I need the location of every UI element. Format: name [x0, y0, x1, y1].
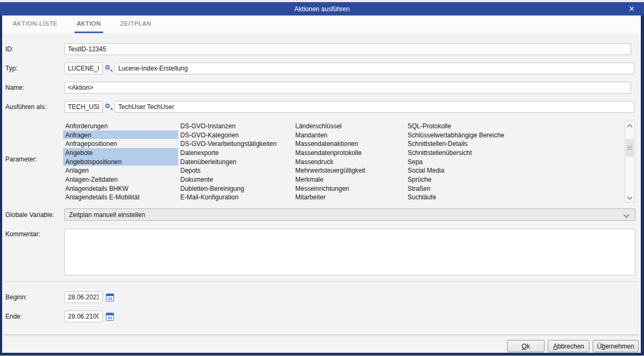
chevron-down-icon	[623, 212, 629, 218]
close-icon: ✕	[629, 5, 635, 13]
param-item[interactable]: Angebote	[63, 148, 178, 157]
typ-code-field[interactable]	[64, 63, 103, 74]
param-item[interactable]: Schlüsselwertabhängige Bereiche	[405, 130, 625, 140]
param-item[interactable]: DS-GVO-Verarbeitungstätigkeiten	[178, 139, 293, 148]
scrollbar-thumb[interactable]	[626, 139, 634, 157]
param-item[interactable]: Merkmale	[293, 175, 405, 184]
end-calendar-icon[interactable]: 31	[106, 313, 114, 321]
tab-aktion-liste[interactable]: AKTION-LISTE	[11, 16, 59, 33]
titlebar: Aktionen ausführen ✕	[0, 2, 644, 16]
cancel-button[interactable]: Abbrechen	[548, 340, 589, 352]
typ-search-icon[interactable]	[105, 64, 113, 73]
param-item[interactable]: Straßen	[405, 184, 625, 193]
param-item[interactable]: Länderschlüssel	[293, 121, 405, 130]
id-field[interactable]	[64, 43, 631, 55]
param-item[interactable]: Angebotspositionen	[63, 157, 178, 166]
name-label: Name:	[5, 84, 24, 91]
param-item[interactable]: Massendatenprotokolle	[293, 148, 405, 157]
end-date-field[interactable]	[64, 311, 103, 322]
param-item[interactable]: Dokumente	[178, 175, 293, 184]
typ-label: Typ:	[5, 65, 18, 72]
scroll-up-icon[interactable]	[625, 121, 634, 130]
run-as-label: Ausführen als:	[5, 103, 47, 111]
tabbar: AKTION-LISTE AKTION ZEITPLAN	[2, 16, 641, 33]
param-item[interactable]: Anfragen	[63, 130, 178, 140]
comment-field[interactable]	[64, 229, 635, 275]
param-item[interactable]: E-Mail-Konfiguration	[178, 192, 293, 202]
name-field[interactable]	[64, 82, 631, 94]
param-item[interactable]: Depots	[178, 166, 293, 175]
param-item[interactable]: Anforderungen	[63, 121, 178, 130]
parameter-label: Parameter:	[5, 156, 37, 163]
dialog-aktionen-ausfuehren: Aktionen ausführen ✕ AKTION-LISTE AKTION…	[0, 0, 644, 356]
run-as-code-field[interactable]	[64, 101, 103, 113]
end-label: Ende:	[5, 313, 22, 320]
param-item[interactable]: Schnittstellen-Details	[405, 139, 625, 148]
begin-label: Beginn:	[5, 293, 27, 301]
parameter-column: SQL-ProtokolleSchlüsselwertabhängige Ber…	[405, 121, 625, 202]
param-item[interactable]: Anfragepositionen	[63, 139, 178, 148]
footer-separator	[4, 335, 639, 335]
param-item[interactable]: Social Media	[405, 166, 625, 175]
window-border-right	[641, 16, 644, 353]
parameter-column: AnforderungenAnfragenAnfragepositionenAn…	[63, 121, 178, 202]
param-item[interactable]: Datenüberleitungen	[178, 157, 293, 166]
run-as-search-icon[interactable]	[105, 103, 113, 111]
param-item[interactable]: Suchläufe	[405, 192, 625, 202]
parameter-scrollbar[interactable]	[625, 121, 635, 203]
param-item[interactable]: Mehrwertsteuergültigkeit	[293, 166, 405, 175]
param-item[interactable]: Mandanten	[293, 130, 405, 140]
close-button[interactable]: ✕	[625, 2, 639, 16]
param-item[interactable]: Anlagen-Zeitdaten	[63, 175, 178, 184]
param-item[interactable]: Anlagendetails E-Mobilität	[63, 192, 178, 202]
global-variable-label: Globale Variable:	[5, 211, 54, 219]
param-item[interactable]: Schnittstellenübersicht	[405, 148, 625, 157]
global-variable-value: Zeitplan manuell einstellen	[69, 211, 145, 219]
param-item[interactable]: Messeinrichtungen	[293, 184, 405, 193]
param-item[interactable]: SQL-Protokolle	[405, 121, 625, 130]
tab-zeitplan[interactable]: ZEITPLAN	[118, 16, 154, 33]
typ-description-field	[114, 63, 634, 74]
comment-label: Kommentar:	[5, 230, 40, 238]
apply-button[interactable]: Übernehmen	[593, 340, 639, 352]
param-item[interactable]: Mitarbeiter	[293, 192, 405, 202]
begin-date-field[interactable]	[64, 291, 103, 303]
window-title: Aktionen ausführen	[294, 5, 349, 13]
parameter-column: LänderschlüsselMandantenMassendatenaktio…	[293, 121, 405, 202]
separator	[4, 282, 639, 282]
param-item[interactable]: DS-GVO-Instanzen	[178, 121, 293, 130]
run-as-description-field	[114, 101, 634, 113]
param-item[interactable]: Sepa	[405, 157, 625, 166]
param-item[interactable]: Massendruck	[293, 157, 405, 166]
param-item[interactable]: Anlagendetails BHKW	[63, 184, 178, 193]
scroll-down-icon[interactable]	[625, 194, 634, 202]
param-item[interactable]: Massendatenaktionen	[293, 139, 405, 148]
global-variable-dropdown[interactable]: Zeitplan manuell einstellen	[64, 208, 635, 221]
dialog-body: AKTION-LISTE AKTION ZEITPLAN ID: Typ: Na…	[2, 16, 641, 353]
parameter-list: AnforderungenAnfragenAnfragepositionenAn…	[63, 121, 625, 202]
param-item[interactable]: DS-GVO-Kategorien	[178, 130, 293, 140]
param-item[interactable]: Datenexporte	[178, 148, 293, 157]
tab-aktion[interactable]: AKTION	[74, 16, 103, 33]
ok-button[interactable]: Ok	[507, 340, 545, 352]
param-item[interactable]: Anlagen	[63, 166, 178, 175]
parameter-column: DS-GVO-InstanzenDS-GVO-KategorienDS-GVO-…	[178, 121, 293, 202]
begin-calendar-icon[interactable]: 31	[106, 293, 114, 301]
param-item[interactable]: Dubletten-Bereinigung	[178, 184, 293, 193]
param-item[interactable]: Sprüche	[405, 175, 625, 184]
id-label: ID:	[5, 45, 13, 53]
